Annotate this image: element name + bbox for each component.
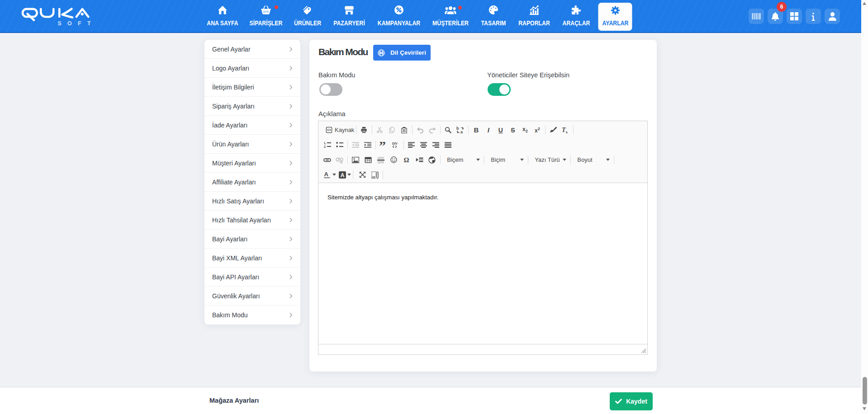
svg-text:Ω: Ω xyxy=(404,156,409,163)
svg-text:2.: 2. xyxy=(324,145,327,148)
svg-text:1.: 1. xyxy=(324,141,327,145)
svg-text:A: A xyxy=(324,171,329,178)
svg-text:a: a xyxy=(460,130,463,134)
svg-text:A: A xyxy=(340,172,344,178)
svg-text:O: O xyxy=(67,20,72,27)
svg-text:x: x xyxy=(566,130,568,134)
svg-text:F: F xyxy=(78,20,81,27)
svg-text:T: T xyxy=(87,20,91,27)
svg-text:”: ” xyxy=(379,142,386,148)
svg-text:DIV: DIV xyxy=(392,142,398,145)
svg-text:b: b xyxy=(456,127,459,131)
svg-text:S: S xyxy=(58,20,62,27)
